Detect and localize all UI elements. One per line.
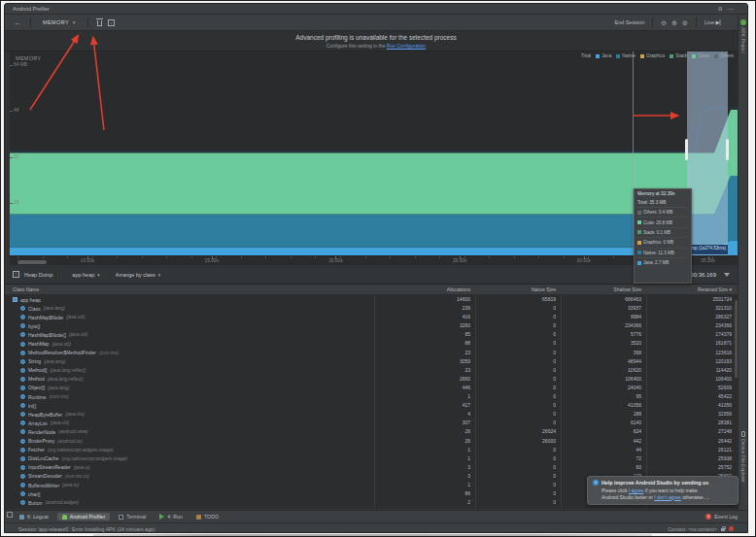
timeline-scrollbar[interactable] bbox=[17, 260, 47, 264]
table-row[interactable]: AnimatorSet(android.animation)0108016400 bbox=[5, 507, 739, 509]
toolwindow-button-terminal[interactable]: Terminal bbox=[114, 513, 151, 520]
alloc-cell: 14600 bbox=[374, 295, 475, 304]
selection-handle-left[interactable] bbox=[685, 139, 688, 160]
table-row[interactable]: app heap14600658196664632531724 bbox=[5, 295, 739, 304]
class-name-label: MethodResolver$MethodFinder bbox=[28, 350, 96, 355]
tooltip-swatch-icon bbox=[637, 251, 641, 254]
column-header-shallow-size[interactable]: Shallow Size bbox=[561, 285, 646, 294]
legend-item-total[interactable]: Total bbox=[581, 53, 591, 58]
memory-chart-panel[interactable]: MEMORY 64 MB483216 TotalJavaNativeGraphi… bbox=[10, 51, 738, 265]
table-row[interactable]: Object[](java.lang)44602404052609 bbox=[5, 384, 739, 392]
heap-select-dropdown[interactable]: app heap▾ bbox=[69, 270, 102, 280]
live-button[interactable]: Live ▶▏ bbox=[704, 19, 724, 25]
table-row[interactable]: Method(java.lang.reflect)266001064001064… bbox=[5, 375, 739, 384]
toolwindow-button-android-profiler[interactable]: Android Profiler bbox=[57, 513, 111, 520]
table-row[interactable]: HashMap$Node[](java.util)8505776174379 bbox=[5, 330, 739, 339]
table-row[interactable]: RenderNode(android.view)262662462427248 bbox=[5, 427, 739, 436]
tab-apk-project[interactable]: APK Project bbox=[740, 27, 746, 53]
heap-icon bbox=[13, 297, 17, 302]
shallow-cell: 41056 bbox=[561, 401, 646, 410]
table-row[interactable]: String(java.lang)3059048944120193 bbox=[5, 357, 739, 366]
toolwindow-button-6-logcat[interactable]: 6: Logcat bbox=[15, 513, 53, 520]
notification-dot-icon[interactable] bbox=[729, 526, 734, 531]
gear-icon[interactable]: ⚙ bbox=[718, 4, 723, 15]
legend-item-graphics[interactable]: Graphics bbox=[640, 53, 665, 58]
native-cell: 0 bbox=[475, 366, 561, 375]
legend-item-native[interactable]: Native bbox=[616, 53, 636, 58]
retained-cell: 45422 bbox=[646, 392, 737, 401]
tooltip-title: Memory at 32.39s bbox=[637, 191, 688, 196]
tooltip-entry-label: Stack: 0.1 MB bbox=[643, 230, 670, 235]
table-row[interactable]: BinderProxy(android.os)262600044226442 bbox=[5, 437, 739, 446]
trash-icon[interactable] bbox=[97, 20, 102, 26]
legend-item-stack[interactable]: Stack bbox=[670, 53, 687, 58]
reset-zoom-icon[interactable]: ⊘ bbox=[682, 19, 688, 26]
native-cell: 0 bbox=[475, 321, 561, 330]
end-session-button[interactable]: End Session bbox=[614, 19, 644, 25]
column-header-allocations[interactable]: Allocations bbox=[374, 285, 475, 294]
table-row[interactable]: InputStreamReader(java.io)306025752 bbox=[5, 463, 739, 472]
table-row[interactable]: Runtime(com.tns)109545422 bbox=[5, 392, 739, 401]
zoom-out-icon[interactable]: ⊖ bbox=[661, 19, 667, 26]
package-label: (java.io) bbox=[62, 483, 79, 487]
table-row[interactable]: ArrayList(java.util)3070614028381 bbox=[5, 419, 739, 427]
export-heap-dump-icon[interactable]: ↑ bbox=[13, 271, 19, 278]
table-row[interactable]: DiskLruCache(org.nativescript.widgets.im… bbox=[5, 454, 739, 463]
arrange-by-dropdown[interactable]: Arrange by class▾ bbox=[113, 270, 163, 280]
table-row[interactable]: byte[]32600234366234366 bbox=[5, 321, 739, 330]
alloc-cell: 23 bbox=[374, 349, 475, 357]
class-icon bbox=[20, 403, 25, 408]
tab-device-file-explorer[interactable]: Device File Explorer bbox=[740, 439, 746, 483]
i-dont-agree-link[interactable]: I don't agree bbox=[654, 494, 681, 500]
hide-window-icon[interactable]: — bbox=[728, 4, 734, 15]
tooltip-entry: Java: 2.7 MB bbox=[637, 258, 688, 267]
legend-label: Others bbox=[720, 53, 734, 58]
lock-icon[interactable] bbox=[721, 528, 725, 531]
export-capture-icon[interactable]: ↓ bbox=[108, 19, 115, 26]
table-row[interactable]: HashMap$Node(java.util)41609984286327 bbox=[5, 313, 739, 321]
table-row[interactable]: int[]41704105641056 bbox=[5, 401, 739, 410]
selection-range-overlay[interactable] bbox=[687, 51, 728, 255]
legend-swatch-icon bbox=[670, 54, 673, 58]
back-button[interactable]: ← bbox=[14, 18, 21, 27]
zoom-in-icon[interactable]: ⊕ bbox=[671, 19, 677, 26]
tooltip-swatch-icon bbox=[637, 241, 641, 245]
shallow-cell: 44 bbox=[561, 446, 646, 454]
tool-window-toggle-icon[interactable] bbox=[7, 512, 13, 518]
table-row[interactable]: Class(java.lang)239033937321310 bbox=[5, 304, 739, 313]
table-row[interactable]: HeapByteBuffer(java.nio)4018832956 bbox=[5, 410, 739, 419]
toolwindow-button-todo[interactable]: TODO bbox=[191, 513, 223, 520]
i-agree-link[interactable]: I agree bbox=[629, 487, 644, 493]
table-row[interactable]: Method[](java.lang.reflect)2301062011442… bbox=[5, 366, 739, 375]
retained-cell: 32956 bbox=[646, 410, 737, 419]
class-name-label: String bbox=[28, 358, 41, 364]
shallow-cell: 9984 bbox=[561, 313, 646, 321]
tooltip-entry: Graphics: 0 MB bbox=[637, 238, 688, 248]
filter-icon[interactable] bbox=[724, 273, 730, 277]
run-configuration-link[interactable]: Run Configuration bbox=[387, 43, 426, 49]
class-name-label: Fetcher bbox=[28, 447, 45, 453]
chevron-down-icon[interactable]: ⌄ bbox=[705, 494, 709, 500]
banner-config-line: Configure this setting in the Run Config… bbox=[5, 43, 747, 49]
column-header-retained-size[interactable]: Retained Size ▾ bbox=[646, 285, 737, 294]
table-row[interactable]: HashMap(java.util)8803520161871 bbox=[5, 339, 739, 348]
legend-item-java[interactable]: Java bbox=[596, 53, 611, 58]
toolwindow-button-4-run[interactable]: 4: Run bbox=[155, 513, 188, 520]
table-row[interactable]: MethodResolver$MethodFinder(com.tns)2303… bbox=[5, 349, 739, 357]
package-label: (com.tns) bbox=[99, 351, 119, 355]
column-header-native-size[interactable]: Native Size bbox=[475, 285, 561, 294]
event-log-button[interactable]: 1Event Log bbox=[705, 514, 747, 520]
column-header-class-name[interactable]: Class Name bbox=[5, 286, 374, 292]
legend-item-code[interactable]: Code bbox=[692, 53, 708, 58]
screenshot-frame: Android Profiler ⚙ — ← MEMORY ▾ ↓ End Se… bbox=[0, 0, 756, 537]
native-cell: 0 bbox=[475, 357, 561, 366]
selection-handle-right[interactable] bbox=[726, 139, 729, 160]
profiler-type-dropdown[interactable]: MEMORY ▾ bbox=[40, 17, 79, 27]
retained-cell: 2531724 bbox=[646, 295, 737, 304]
memory-stacked-area-chart bbox=[10, 51, 738, 255]
alloc-cell: 86 bbox=[374, 489, 475, 498]
retained-cell: 52609 bbox=[646, 384, 737, 392]
table-row[interactable]: Fetcher(org.nativescript.widgets.image)1… bbox=[5, 446, 739, 454]
alloc-cell: 85 bbox=[374, 330, 475, 339]
legend-item-others[interactable]: Others bbox=[714, 53, 734, 58]
